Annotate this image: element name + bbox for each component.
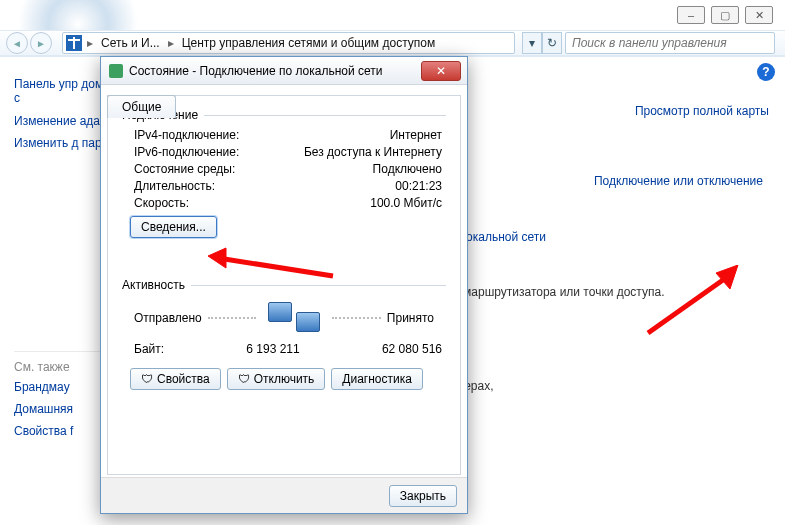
help-button[interactable]: ? — [757, 63, 775, 81]
tab-general[interactable]: Общие — [107, 95, 176, 118]
dialog-title: Состояние - Подключение по локальной сет… — [129, 64, 383, 78]
disable-button[interactable]: 🛡Отключить — [227, 368, 326, 390]
media-state-label: Состояние среды: — [134, 162, 235, 176]
ipv6-label: IPv6-подключение: — [134, 145, 239, 159]
breadcrumb-dropdown-button[interactable]: ▾ — [522, 32, 542, 54]
close-button[interactable]: Закрыть — [389, 485, 457, 507]
media-state-value: Подключено — [373, 162, 442, 176]
breadcrumb-item[interactable]: Центр управления сетями и общим доступом — [176, 36, 442, 50]
shield-icon: 🛡 — [141, 372, 153, 386]
properties-label: Свойства — [157, 372, 210, 386]
recv-bytes-value: 62 080 516 — [382, 342, 442, 356]
control-panel-icon — [66, 35, 82, 51]
disable-label: Отключить — [254, 372, 315, 386]
properties-button[interactable]: 🛡Свойства — [130, 368, 221, 390]
sent-bytes-value: 6 193 211 — [164, 342, 382, 356]
connection-status-dialog: Состояние - Подключение по локальной сет… — [100, 56, 468, 514]
nav-back-button[interactable]: ◄ — [6, 32, 28, 54]
search-box[interactable] — [565, 32, 775, 54]
diagnose-button[interactable]: Диагностика — [331, 368, 423, 390]
duration-value: 00:21:23 — [395, 179, 442, 193]
duration-label: Длительность: — [134, 179, 215, 193]
search-input[interactable] — [566, 36, 774, 50]
breadcrumb-item[interactable]: Сеть и И... — [95, 36, 166, 50]
view-full-map-link[interactable]: Просмотр полной карты — [635, 104, 769, 118]
speed-label: Скорость: — [134, 196, 189, 210]
refresh-button[interactable]: ↻ — [542, 32, 562, 54]
address-bar-row: ◄ ► ▸ Сеть и И... ▸ Центр управления сет… — [0, 30, 785, 56]
chevron-right-icon: ▸ — [85, 36, 95, 50]
ipv4-label: IPv4-подключение: — [134, 128, 239, 142]
nav-forward-button[interactable]: ► — [30, 32, 52, 54]
speed-value: 100.0 Мбит/с — [370, 196, 442, 210]
dialog-titlebar[interactable]: Состояние - Подключение по локальной сет… — [101, 57, 467, 85]
network-adapter-icon — [109, 64, 123, 78]
ipv6-value: Без доступа к Интернету — [304, 145, 442, 159]
chevron-right-icon: ▸ — [166, 36, 176, 50]
shield-icon: 🛡 — [238, 372, 250, 386]
window-maximize-button[interactable]: ▢ — [711, 6, 739, 24]
activity-computers-icon — [262, 302, 326, 334]
window-minimize-button[interactable]: – — [677, 6, 705, 24]
window-close-button[interactable]: ✕ — [745, 6, 773, 24]
group-activity-heading: Активность — [122, 278, 191, 292]
received-label: Принято — [387, 311, 434, 325]
divider — [332, 317, 381, 319]
dialog-body: Подключение IPv4-подключение:Интернет IP… — [107, 95, 461, 475]
divider — [208, 317, 257, 319]
breadcrumb[interactable]: ▸ Сеть и И... ▸ Центр управления сетями … — [62, 32, 515, 54]
dialog-close-button[interactable]: ✕ — [421, 61, 461, 81]
details-button[interactable]: Сведения... — [130, 216, 217, 238]
window-titlebar-area: – ▢ ✕ ◄ ► ▸ Сеть и И... ▸ Центр управлен… — [0, 0, 785, 56]
sent-label: Отправлено — [134, 311, 202, 325]
ipv4-value: Интернет — [390, 128, 442, 142]
bytes-label: Байт: — [134, 342, 164, 356]
